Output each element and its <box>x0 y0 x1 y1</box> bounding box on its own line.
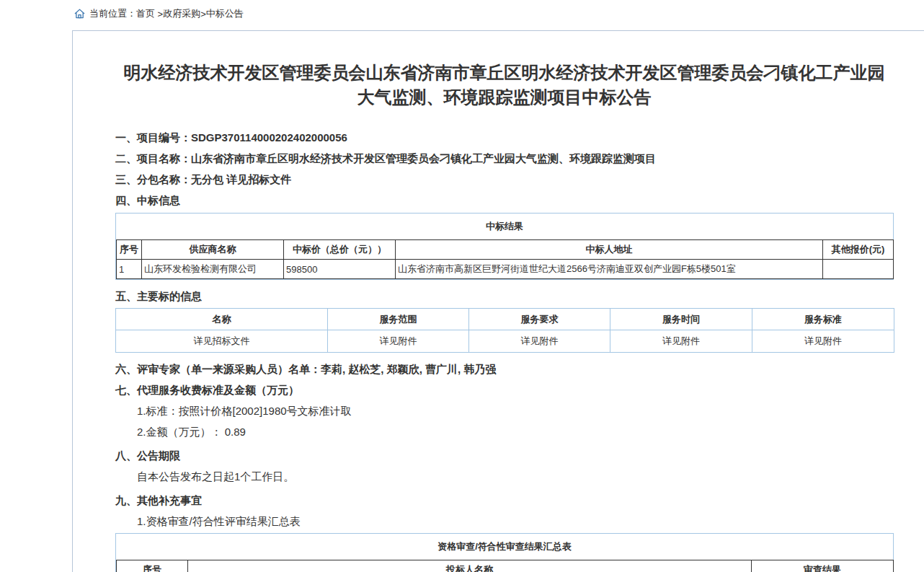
subject-cell-scope: 详见附件 <box>328 330 469 353</box>
breadcrumb-separator: > <box>155 9 163 19</box>
project-name-value: 山东省济南市章丘区明水经济技术开发区管理委员会刁镇化工产业园大气监测、环境跟踪监… <box>191 152 656 164</box>
subject-info-table: 名称 服务范围 服务要求 服务时间 服务标准 详见招标文件 详见附件 详见附件 … <box>115 308 894 353</box>
qualification-col-index: 序号 <box>117 560 188 572</box>
award-col-other-bid: 其他报价(元) <box>823 240 894 260</box>
award-table-row: 1 山东环发检验检测有限公司 598500 山东省济南市高新区巨野河街道世纪大道… <box>117 260 894 279</box>
award-result-table-wrapper: 中标结果 序号 供应商名称 中标价（总价（元）） 中标人地址 其他报价(元) <box>115 213 894 280</box>
award-cell-other-bid <box>823 260 894 279</box>
breadcrumb-label: 当前位置： <box>89 7 136 20</box>
subpackage-label: 三、分包名称： <box>115 173 191 185</box>
qualification-col-bidder: 投标人名称 <box>188 560 752 572</box>
experts-value: 李莉, 赵松芝, 郑颖欣, 曹广川, 韩乃强 <box>321 363 496 375</box>
award-result-table-caption: 中标结果 <box>116 214 893 239</box>
qualification-table-wrapper: 资格审查/符合性审查结果汇总表 序号 投标人名称 审查结果 <box>115 533 894 572</box>
section-notice-period-heading: 八、公告期限 <box>115 445 893 466</box>
agency-fee-standard: 1.标准：按照计价格[2002]1980号文标准计取 <box>115 400 893 421</box>
qualification-table-caption: 资格审查/符合性审查结果汇总表 <box>116 534 893 560</box>
announcement-panel: 明水经济技术开发区管理委员会山东省济南市章丘区明水经济技术开发区管理委员会刁镇化… <box>72 30 924 572</box>
subject-cell-name: 详见招标文件 <box>116 330 328 353</box>
project-number-label: 一、项目编号： <box>115 131 191 144</box>
award-cell-supplier: 山东环发检验检测有限公司 <box>142 260 284 279</box>
award-col-index: 序号 <box>117 240 142 260</box>
subject-table-header-row: 名称 服务范围 服务要求 服务时间 服务标准 <box>116 309 894 330</box>
award-col-price: 中标价（总价（元）） <box>284 240 396 260</box>
agency-fee-amount: 2.金额（万元）： 0.89 <box>115 421 893 442</box>
award-cell-price: 598500 <box>284 260 396 279</box>
section-subject-info-heading: 五、主要标的信息 <box>115 286 893 307</box>
breadcrumb-home-link[interactable]: 首页 <box>136 7 155 20</box>
award-cell-address: 山东省济南市高新区巨野河街道世纪大道2566号济南迪亚双创产业园F栋5楼501室 <box>396 260 823 279</box>
section-subpackage: 三、分包名称：无分包 详见招标文件 <box>115 169 893 190</box>
qualification-table-header-row: 序号 投标人名称 审查结果 <box>117 560 894 572</box>
subject-col-time: 服务时间 <box>610 309 752 330</box>
subject-table-row: 详见招标文件 详见附件 详见附件 详见附件 详见附件 <box>116 330 894 353</box>
subject-col-requirement: 服务要求 <box>469 309 610 330</box>
section-other-heading: 九、其他补充事宜 <box>115 490 893 511</box>
experts-label: 六、评审专家（单一来源采购人员）名单： <box>115 363 321 375</box>
breadcrumb-separator: > <box>200 9 206 19</box>
award-cell-index: 1 <box>117 260 142 279</box>
section-award-info-heading: 四、中标信息 <box>115 190 893 211</box>
subject-col-name: 名称 <box>116 309 328 330</box>
section-project-number: 一、项目编号：SDGP370114000202402000056 <box>115 127 893 148</box>
subject-cell-time: 详见附件 <box>610 330 752 353</box>
subpackage-value: 无分包 详见招标文件 <box>191 173 291 185</box>
subject-cell-standard: 详见附件 <box>752 330 894 353</box>
breadcrumb: 当前位置： 首页 > 政府采购 > 中标公告 <box>74 7 244 20</box>
subject-cell-requirement: 详见附件 <box>469 330 610 353</box>
award-col-supplier: 供应商名称 <box>142 240 284 260</box>
award-table-header-row: 序号 供应商名称 中标价（总价（元）） 中标人地址 其他报价(元) <box>117 240 894 260</box>
qualification-col-result: 审查结果 <box>752 560 894 572</box>
breadcrumb-current-link[interactable]: 中标公告 <box>206 7 244 20</box>
subject-col-scope: 服务范围 <box>328 309 469 330</box>
project-name-label: 二、项目名称： <box>115 152 191 164</box>
section-project-name: 二、项目名称：山东省济南市章丘区明水经济技术开发区管理委员会刁镇化工产业园大气监… <box>115 148 893 169</box>
page-title: 明水经济技术开发区管理委员会山东省济南市章丘区明水经济技术开发区管理委员会刁镇化… <box>115 61 893 110</box>
subject-col-standard: 服务标准 <box>752 309 894 330</box>
home-icon[interactable] <box>74 9 85 19</box>
award-result-table: 序号 供应商名称 中标价（总价（元）） 中标人地址 其他报价(元) 1 山东环发… <box>116 239 894 279</box>
breadcrumb-category-link[interactable]: 政府采购 <box>163 7 200 20</box>
section-agency-fee-heading: 七、代理服务收费标准及金额（万元） <box>115 379 893 400</box>
notice-period-body: 自本公告发布之日起1个工作日。 <box>115 466 893 487</box>
project-number-value: SDGP370114000202402000056 <box>191 131 347 144</box>
section-experts: 六、评审专家（单一来源采购人员）名单：李莉, 赵松芝, 郑颖欣, 曹广川, 韩乃… <box>115 358 893 379</box>
qualification-table: 序号 投标人名称 审查结果 <box>116 560 894 572</box>
award-col-address: 中标人地址 <box>396 240 823 260</box>
other-item: 1.资格审查/符合性评审结果汇总表 <box>115 511 893 532</box>
